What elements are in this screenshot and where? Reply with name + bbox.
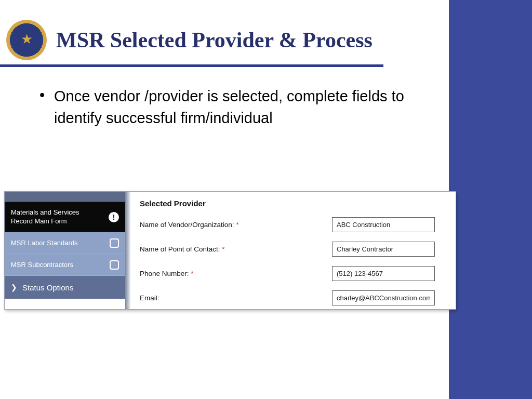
contact-input[interactable] <box>332 242 435 257</box>
sidebar-item-labor-standards[interactable]: MSR Labor Standards <box>5 232 125 254</box>
form-row-email: Email: <box>140 290 446 305</box>
slide-header: MSR Selected Provider & Process <box>6 20 381 60</box>
form-row-vendor: Name of Vendor/Organization: * <box>140 217 446 232</box>
field-label: Name of Vendor/Organization: * <box>140 221 332 229</box>
sidebar-item-subcontractors[interactable]: MSR Subcontractors <box>5 254 125 276</box>
email-input[interactable] <box>332 290 435 305</box>
sidebar: Materials and Services Record Main Form … <box>5 192 125 309</box>
right-accent-bar <box>449 0 532 399</box>
field-label: Name of Point of Contact: * <box>140 245 332 253</box>
form-screenshot: Materials and Services Record Main Form … <box>4 191 456 310</box>
form-row-phone: Phone Number: * <box>140 266 446 281</box>
bullet-list: Once vendor /provider is selected, compl… <box>36 85 421 129</box>
sidebar-top-strip <box>5 192 125 202</box>
sidebar-item-label: MSR Labor Standards <box>11 239 78 247</box>
required-asterisk: * <box>191 270 193 277</box>
header-divider <box>0 64 383 67</box>
phone-input[interactable] <box>332 266 435 281</box>
vendor-input[interactable] <box>332 217 435 232</box>
checkbox-empty-icon <box>110 260 119 270</box>
checkbox-empty-icon <box>110 238 119 248</box>
form-row-contact: Name of Point of Contact: * <box>140 242 446 257</box>
agency-seal-icon <box>6 20 47 60</box>
field-label: Phone Number: * <box>140 270 332 277</box>
required-asterisk: * <box>236 221 238 229</box>
chevron-down-icon: ❯ <box>11 283 17 291</box>
field-label: Email: <box>140 294 332 302</box>
sidebar-item-main-form[interactable]: Materials and Services Record Main Form … <box>5 202 125 232</box>
alert-icon: ! <box>109 212 119 222</box>
sidebar-gutter <box>125 192 130 309</box>
form-section-title: Selected Provider <box>140 199 446 208</box>
sidebar-item-label: Status Options <box>22 283 73 292</box>
sidebar-status-options[interactable]: ❯ Status Options <box>5 276 125 299</box>
selected-provider-form: Selected Provider Name of Vendor/Organiz… <box>130 192 456 309</box>
sidebar-item-label: Materials and Services Record Main Form <box>11 208 94 225</box>
sidebar-item-label: MSR Subcontractors <box>11 261 73 269</box>
slide-title: MSR Selected Provider & Process <box>56 28 373 52</box>
required-asterisk: * <box>222 245 224 253</box>
bullet-item: Once vendor /provider is selected, compl… <box>36 85 421 129</box>
